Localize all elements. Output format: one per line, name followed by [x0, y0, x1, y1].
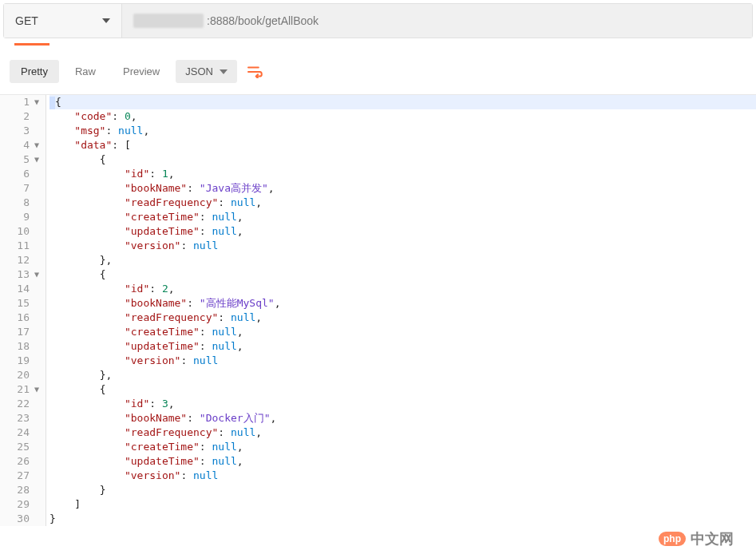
fold-toggle-icon[interactable]: ▼	[33, 138, 39, 152]
gutter-line[interactable]: 5▼	[6, 152, 39, 167]
code-line[interactable]: "bookName": "高性能MySql",	[49, 296, 756, 311]
code-line[interactable]: "version": null	[49, 239, 756, 253]
gutter-line[interactable]: 29	[6, 497, 39, 512]
code-line[interactable]: "readFrequency": null,	[49, 196, 756, 210]
code-line[interactable]: ]	[49, 497, 756, 512]
gutter-line[interactable]: 13▼	[6, 267, 39, 282]
code-content[interactable]: { "code": 0, "msg": null, "data": [ { "i…	[46, 95, 756, 526]
gutter-line[interactable]: 30	[6, 512, 39, 526]
code-line[interactable]: "bookName": "Docker入门",	[49, 411, 756, 425]
gutter-line[interactable]: 2	[6, 109, 39, 124]
fold-toggle-icon[interactable]: ▼	[33, 267, 39, 282]
cursor	[49, 97, 55, 109]
tab-raw[interactable]: Raw	[64, 60, 107, 83]
code-line[interactable]: "version": null	[49, 354, 756, 368]
gutter-line[interactable]: 19	[6, 354, 39, 368]
code-line[interactable]: "code": 0,	[49, 109, 756, 124]
code-line[interactable]: "version": null	[49, 469, 756, 483]
http-method-label: GET	[15, 14, 38, 27]
obscured-host	[133, 14, 204, 28]
gutter-line[interactable]: 15	[6, 296, 39, 311]
gutter-line[interactable]: 10	[6, 224, 39, 239]
code-line[interactable]: }	[49, 512, 756, 526]
code-line[interactable]: "bookName": "Java高并发",	[49, 181, 756, 196]
gutter-line[interactable]: 3	[6, 124, 39, 138]
code-line[interactable]: "readFrequency": null,	[49, 311, 756, 325]
code-line[interactable]: }	[49, 483, 756, 497]
gutter-line[interactable]: 4▼	[6, 138, 39, 152]
wrap-lines-icon[interactable]	[247, 65, 263, 78]
gutter-line[interactable]: 12	[6, 253, 39, 267]
gutter-line[interactable]: 14	[6, 282, 39, 296]
gutter-line[interactable]: 23	[6, 411, 39, 425]
request-url-input[interactable]: :8888/book/getAllBook	[122, 4, 752, 38]
request-bar: GET :8888/book/getAllBook	[3, 3, 753, 38]
code-line[interactable]: "createTime": null,	[49, 210, 756, 224]
code-line[interactable]: "id": 2,	[49, 282, 756, 296]
url-visible-text: :8888/book/getAllBook	[207, 14, 319, 27]
line-gutter[interactable]: 1▼234▼5▼678910111213▼1415161718192021▼22…	[0, 95, 46, 526]
gutter-line[interactable]: 22	[6, 397, 39, 411]
gutter-line[interactable]: 26	[6, 454, 39, 469]
gutter-line[interactable]: 8	[6, 196, 39, 210]
gutter-line[interactable]: 1▼	[6, 95, 39, 109]
gutter-line[interactable]: 28	[6, 483, 39, 497]
code-line[interactable]: },	[49, 368, 756, 382]
code-line[interactable]: "data": [	[49, 138, 756, 152]
code-line[interactable]: "id": 1,	[49, 167, 756, 181]
code-line[interactable]: "updateTime": null,	[49, 454, 756, 469]
gutter-line[interactable]: 25	[6, 440, 39, 454]
code-line[interactable]: {	[49, 152, 756, 167]
gutter-line[interactable]: 16	[6, 311, 39, 325]
http-method-dropdown[interactable]: GET	[4, 4, 122, 38]
code-line[interactable]: {	[49, 267, 756, 282]
code-line[interactable]: "msg": null,	[49, 124, 756, 138]
gutter-line[interactable]: 7	[6, 181, 39, 196]
fold-toggle-icon[interactable]: ▼	[33, 382, 39, 397]
code-line[interactable]: "createTime": null,	[49, 325, 756, 339]
code-line[interactable]: "id": 3,	[49, 397, 756, 411]
response-toolbar: Pretty Raw Preview JSON	[0, 46, 756, 94]
gutter-line[interactable]: 21▼	[6, 382, 39, 397]
code-line[interactable]: {	[49, 382, 756, 397]
gutter-line[interactable]: 20	[6, 368, 39, 382]
chevron-down-icon	[220, 69, 228, 74]
gutter-line[interactable]: 11	[6, 239, 39, 253]
code-line[interactable]: "readFrequency": null,	[49, 425, 756, 440]
format-label: JSON	[185, 65, 213, 77]
fold-toggle-icon[interactable]: ▼	[33, 95, 39, 109]
code-line[interactable]: "createTime": null,	[49, 440, 756, 454]
gutter-line[interactable]: 18	[6, 339, 39, 354]
tab-pretty[interactable]: Pretty	[10, 60, 59, 83]
fold-toggle-icon[interactable]: ▼	[33, 152, 39, 167]
gutter-line[interactable]: 27	[6, 469, 39, 483]
gutter-line[interactable]: 6	[6, 167, 39, 181]
code-line[interactable]: "updateTime": null,	[49, 339, 756, 354]
gutter-line[interactable]: 9	[6, 210, 39, 224]
gutter-line[interactable]: 17	[6, 325, 39, 339]
code-line[interactable]: "updateTime": null,	[49, 224, 756, 239]
code-line[interactable]: },	[49, 253, 756, 267]
gutter-line[interactable]: 24	[6, 425, 39, 440]
chevron-down-icon	[102, 18, 110, 23]
tab-preview[interactable]: Preview	[112, 60, 171, 83]
format-dropdown[interactable]: JSON	[176, 60, 237, 83]
response-body: 1▼234▼5▼678910111213▼1415161718192021▼22…	[0, 94, 756, 526]
code-line[interactable]: {	[49, 95, 756, 109]
